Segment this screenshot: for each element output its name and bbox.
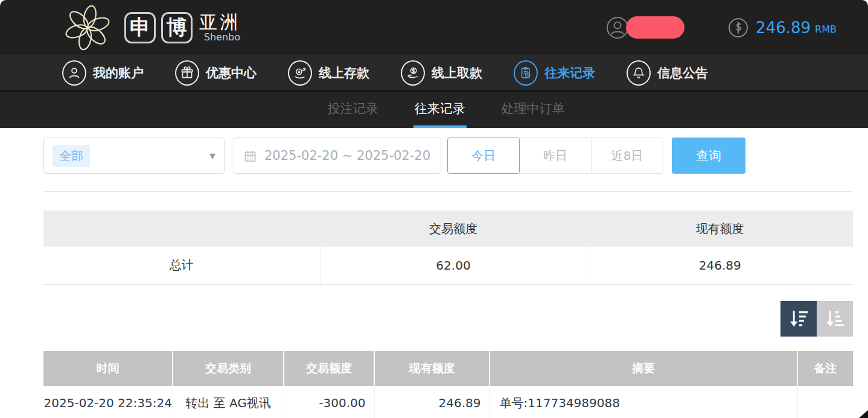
- logo-char-shen: 申: [124, 12, 156, 43]
- quick-range-group: 今日 昨日 近8日: [447, 138, 663, 174]
- nav-item-online-withdraw[interactable]: 线上取款: [401, 60, 482, 86]
- top-header: 申 博 亚洲 Shenbo 246.89 RMB: [0, 0, 868, 55]
- records-header-balance: 现有额度: [374, 351, 490, 386]
- records-header-row: 时间 交易类别 交易额度 现有额度 摘要 备注: [43, 351, 853, 386]
- summary-total-balance: 246.89: [587, 247, 853, 284]
- table-row: 2025-02-20 22:35:24 转出 至 AG视讯 -300.00 24…: [43, 386, 853, 418]
- record-summary: 单号:117734989088: [490, 386, 797, 418]
- chevron-down-icon: ▼: [209, 151, 215, 160]
- records-header-time: 时间: [43, 351, 173, 386]
- records-header-note: 备注: [797, 351, 853, 386]
- summary-header-balance: 现有额度: [587, 211, 853, 247]
- nav-item-announcements[interactable]: 信息公告: [627, 60, 708, 86]
- nav-item-my-account[interactable]: 我的账户: [62, 60, 144, 86]
- records-table: 时间 交易类别 交易额度 现有额度 摘要 备注 2025-02-20 22:35…: [43, 351, 853, 418]
- summary-header-empty: [43, 211, 320, 247]
- main-nav: 我的账户 优惠中心 线上存款: [0, 55, 868, 92]
- flower-logo-icon: [59, 2, 116, 54]
- logo-region-text: 亚洲: [199, 12, 240, 32]
- nav-item-online-deposit[interactable]: 线上存款: [288, 60, 369, 86]
- sort-descending-button[interactable]: [780, 301, 817, 337]
- record-balance: 246.89: [374, 386, 490, 418]
- record-amount: -300.00: [284, 386, 374, 418]
- shenbo-records-page: 申 博 亚洲 Shenbo 246.89 RMB: [0, 0, 868, 418]
- tab-transaction-records[interactable]: 往来记录: [413, 92, 467, 128]
- balance-currency: RMB: [815, 24, 837, 35]
- type-select[interactable]: 全部 ▼: [43, 138, 225, 174]
- range-today-button[interactable]: 今日: [447, 138, 520, 174]
- user-icon: [62, 60, 86, 86]
- records-subtabs: 投注记录 往来记录 处理中订单: [0, 92, 868, 128]
- dollar-coin-icon: [728, 17, 748, 38]
- record-type: 转出 至 AG视讯: [173, 386, 284, 418]
- type-selected-chip: 全部: [53, 145, 90, 167]
- deposit-hand-coin-icon: [288, 60, 312, 86]
- sort-descending-icon: [787, 307, 810, 330]
- summary-table: 交易额度 现有额度 总计 62.00 246.89: [43, 211, 853, 285]
- record-note: [797, 386, 853, 418]
- gift-icon: [175, 60, 199, 86]
- records-header-type: 交易类别: [173, 351, 284, 386]
- summary-header-row: 交易额度 现有额度: [43, 211, 853, 247]
- range-last8days-button[interactable]: 近8日: [591, 138, 663, 174]
- summary-total-label: 总计: [43, 247, 320, 284]
- calendar-icon: [243, 149, 257, 163]
- sort-ascending-icon: [823, 307, 846, 330]
- tab-processing-orders[interactable]: 处理中订单: [500, 92, 566, 128]
- nav-item-promotions[interactable]: 优惠中心: [175, 60, 257, 86]
- nav-item-transaction-records[interactable]: 往来记录: [514, 60, 595, 86]
- bell-icon: [627, 60, 651, 86]
- balance-display: 246.89 RMB: [728, 17, 837, 38]
- date-range-input[interactable]: 2025-02-20 ~ 2025-02-20: [234, 138, 441, 174]
- range-yesterday-button[interactable]: 昨日: [519, 138, 592, 174]
- record-time: 2025-02-20 22:35:24: [43, 386, 173, 418]
- filter-row: 全部 ▼ 2025-02-20 ~ 2025-02-20 今日 昨日 近8日 查…: [43, 138, 853, 174]
- records-header-amount: 交易额度: [284, 351, 374, 386]
- logo-char-bo: 博: [161, 12, 193, 43]
- sort-controls: [43, 301, 853, 337]
- tab-betting-records[interactable]: 投注记录: [327, 92, 380, 128]
- brand-logo-link[interactable]: 申 博 亚洲 Shenbo: [59, 2, 240, 54]
- date-range-value: 2025-02-20 ~ 2025-02-20: [264, 148, 430, 163]
- sort-ascending-button[interactable]: [817, 301, 853, 337]
- search-button[interactable]: 查询: [672, 138, 745, 174]
- logo-sub-text: Shenbo: [199, 32, 240, 43]
- summary-total-row: 总计 62.00 246.89: [43, 247, 853, 284]
- content-area: 全部 ▼ 2025-02-20 ~ 2025-02-20 今日 昨日 近8日 查…: [0, 138, 868, 418]
- records-header-summary: 摘要: [490, 351, 797, 386]
- clipboard-clock-icon: [514, 60, 538, 86]
- section-divider: [43, 191, 853, 192]
- withdraw-hand-dollar-icon: [401, 60, 425, 86]
- summary-header-trade-amount: 交易额度: [320, 211, 587, 247]
- username-pill[interactable]: [626, 16, 685, 39]
- summary-total-trade-amount: 62.00: [320, 247, 587, 284]
- balance-amount: 246.89: [756, 19, 811, 37]
